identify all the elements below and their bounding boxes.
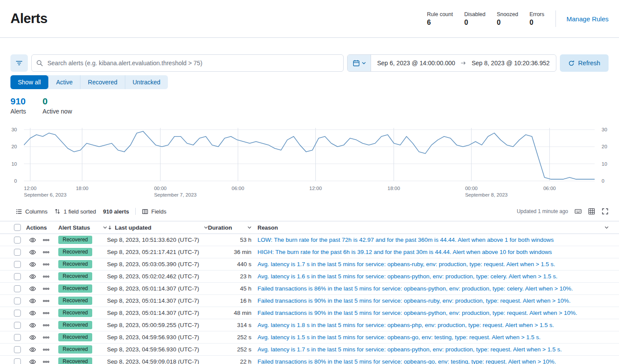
chevron-down-icon[interactable]: [204, 226, 208, 229]
view-alert-details-button[interactable]: [29, 346, 36, 353]
reason-link[interactable]: Failed transactions is 80% in the last 5…: [258, 358, 556, 364]
more-actions-icon: [43, 285, 50, 292]
filter-tab-active[interactable]: Active: [48, 75, 80, 89]
display-options-button[interactable]: [588, 208, 595, 215]
reason-link[interactable]: Avg. latency is 1.6 s in the last 5 mins…: [258, 273, 558, 280]
row-checkbox[interactable]: [14, 310, 21, 317]
last-updated-value: Sep 8, 2023, 05:01:14.307 (UTC-7): [107, 297, 208, 304]
duration-value: 252 s: [208, 334, 251, 341]
view-alert-details-button[interactable]: [29, 334, 36, 341]
reason-link[interactable]: Avg. latency is 1.8 s in the last 5 mins…: [258, 322, 554, 328]
view-alert-details-button[interactable]: [29, 261, 36, 268]
row-actions-menu-button[interactable]: [43, 358, 50, 364]
reason-link[interactable]: Avg. latency is 1.7 s in the last 5 mins…: [258, 261, 555, 267]
view-alert-details-button[interactable]: [29, 237, 36, 244]
date-range-values: Sep 6, 2023 @ 14:00:00.000 Sep 8, 2023 @…: [371, 55, 556, 71]
filter-tab-untracked[interactable]: Untracked: [125, 75, 168, 89]
status-header-cell[interactable]: Alert Status: [58, 224, 107, 231]
view-alert-details-button[interactable]: [29, 297, 36, 304]
view-alert-details-button[interactable]: [29, 310, 36, 317]
last-updated-value: Sep 8, 2023, 05:00:59.255 (UTC-7): [107, 322, 208, 328]
duration-value: 314 s: [208, 322, 251, 328]
reason-link[interactable]: LOW: The burn rate for the past 72h is 4…: [258, 237, 554, 243]
chart-plot-area[interactable]: [24, 128, 595, 183]
row-checkbox[interactable]: [14, 249, 21, 256]
filter-tab-show-all[interactable]: Show all: [10, 75, 48, 89]
stat-snoozed: Snoozed 0: [497, 11, 518, 27]
eye-icon: [29, 334, 36, 341]
updated-header-cell[interactable]: Last updated: [107, 224, 208, 231]
stat-disabled: Disabled 0: [464, 11, 485, 27]
more-actions-icon: [43, 358, 50, 364]
quick-filters-button[interactable]: [10, 54, 28, 72]
view-alert-details-button[interactable]: [29, 285, 36, 292]
row-actions-menu-button[interactable]: [43, 285, 50, 292]
row-actions-menu-button[interactable]: [43, 346, 50, 353]
view-alert-details-button[interactable]: [29, 322, 36, 329]
reason-link[interactable]: Avg. latency is 1.5 s in the last 5 mins…: [258, 334, 541, 341]
reason-link[interactable]: Failed transactions is 90% in the last 5…: [258, 297, 571, 304]
alerts-chart: 0102030 0102030 12:00September 6, 202318…: [0, 126, 619, 199]
chevron-down-icon[interactable]: [103, 226, 107, 229]
status-badge: Recovered: [58, 284, 92, 293]
row-checkbox[interactable]: [14, 285, 21, 292]
alerts-total-label: 910 alerts: [100, 208, 133, 215]
page-title: Alerts: [10, 11, 47, 27]
stat-value: 0: [497, 19, 518, 27]
keyboard-shortcuts-button[interactable]: [575, 208, 582, 215]
updated-header: Last updated: [115, 224, 151, 231]
filter-tab-recovered[interactable]: Recovered: [80, 75, 125, 89]
row-actions-menu-button[interactable]: [43, 334, 50, 341]
reason-link[interactable]: Failed transactions is 90% in the last 5…: [258, 310, 577, 316]
chevron-down-icon[interactable]: [605, 226, 609, 229]
sort-descending-icon: [107, 225, 113, 230]
end-date[interactable]: Sep 8, 2023 @ 10:20:36.952: [472, 60, 549, 67]
refresh-button[interactable]: Refresh: [560, 54, 609, 72]
last-updated-value: Sep 8, 2023, 05:21:17.421 (UTC-7): [107, 249, 208, 255]
reason-header-cell[interactable]: Reason: [251, 224, 609, 231]
more-actions-icon: [43, 237, 50, 244]
manage-rules-link[interactable]: Manage Rules: [566, 15, 609, 23]
row-checkbox[interactable]: [14, 322, 21, 329]
duration-header-cell[interactable]: Duration: [208, 224, 251, 231]
more-actions-icon: [43, 261, 50, 268]
view-alert-details-button[interactable]: [29, 358, 36, 364]
row-checkbox[interactable]: [14, 297, 21, 304]
row-actions-menu-button[interactable]: [43, 273, 50, 280]
duration-value: 36 min: [208, 249, 251, 255]
row-actions-menu-button[interactable]: [43, 297, 50, 304]
fullscreen-button[interactable]: [602, 208, 609, 215]
table-row: Recovered Sep 8, 2023, 04:59:56.930 (UTC…: [0, 344, 619, 356]
view-alert-details-button[interactable]: [29, 249, 36, 256]
stat-label: Disabled: [464, 11, 485, 17]
row-actions-menu-button[interactable]: [43, 322, 50, 329]
row-actions-menu-button[interactable]: [43, 249, 50, 256]
chevron-down-icon[interactable]: [248, 226, 251, 229]
sort-icon: [54, 208, 60, 214]
row-checkbox[interactable]: [14, 334, 21, 341]
columns-button[interactable]: Columns: [12, 208, 51, 215]
reason-link[interactable]: Avg. latency is 1.7 s in the last 5 mins…: [258, 346, 562, 353]
row-checkbox[interactable]: [14, 346, 21, 353]
reason-header: Reason: [258, 224, 278, 231]
select-all-checkbox[interactable]: [14, 224, 21, 231]
search-input[interactable]: [47, 59, 339, 67]
date-picker-quick-menu-button[interactable]: [348, 55, 371, 71]
start-date[interactable]: Sep 6, 2023 @ 14:00:00.000: [377, 60, 455, 67]
row-checkbox[interactable]: [14, 261, 21, 268]
active-now-stat: 0 Active now: [43, 96, 72, 115]
row-checkbox[interactable]: [14, 237, 21, 244]
row-checkbox[interactable]: [14, 273, 21, 280]
row-actions-menu-button[interactable]: [43, 237, 50, 244]
row-checkbox[interactable]: [14, 358, 21, 364]
table-row: Recovered Sep 8, 2023, 05:00:59.255 (UTC…: [0, 319, 619, 331]
row-actions-menu-button[interactable]: [43, 261, 50, 268]
sort-fields-button[interactable]: 1 field sorted: [51, 208, 99, 215]
reason-link[interactable]: HIGH: The burn rate for the past 6h is 3…: [258, 249, 552, 255]
alerts-table: Actions Alert Status Last updated Durati…: [0, 221, 619, 364]
row-actions-menu-button[interactable]: [43, 310, 50, 317]
reason-link[interactable]: Failed transactions is 86% in the last 5…: [258, 285, 573, 292]
fields-button[interactable]: Fields: [138, 208, 170, 215]
fields-icon: [142, 208, 148, 215]
view-alert-details-button[interactable]: [29, 273, 36, 280]
